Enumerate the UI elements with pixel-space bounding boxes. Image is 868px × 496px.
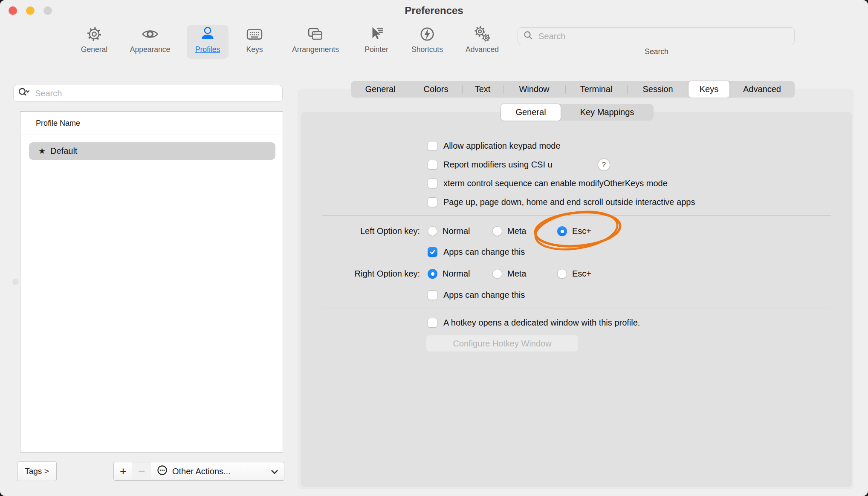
divider	[410, 85, 410, 94]
divider	[20, 135, 283, 135]
toolbar-label: Appearance	[130, 45, 170, 54]
toolbar-label: Advanced	[466, 45, 499, 54]
screen: Preferences General Appearance	[0, 0, 868, 496]
configure-hotkey-window-button[interactable]: Configure Hotkey Window	[426, 335, 579, 352]
checkbox-label[interactable]: Allow application keypad mode	[443, 141, 561, 151]
checkbox-keypad-mode[interactable]	[428, 141, 437, 151]
toolbar-label: Profiles	[195, 45, 220, 54]
checkbox-modify-other-keys[interactable]	[428, 179, 437, 188]
toolbar-item-general[interactable]: General	[69, 24, 120, 60]
section-divider	[322, 215, 831, 216]
tab-keys[interactable]: Keys	[689, 81, 729, 98]
toolbar-search-field[interactable]	[518, 27, 795, 45]
divider	[503, 85, 503, 94]
person-icon	[199, 24, 217, 44]
eye-icon	[141, 24, 159, 44]
window-title: Preferences	[0, 5, 868, 17]
checkbox-label[interactable]: Report modifiers using CSI u	[443, 160, 553, 170]
checkbox-scroll-outside-apps[interactable]	[428, 197, 437, 207]
checkbox-label[interactable]: A hotkey opens a dedicated window with t…	[443, 318, 640, 328]
help-button[interactable]: ?	[598, 159, 610, 170]
radio-label[interactable]: Normal	[443, 269, 470, 279]
tab-session[interactable]: Session	[627, 81, 689, 98]
toolbar-label: Shortcuts	[411, 45, 443, 54]
preferences-window: Preferences General Appearance	[0, 0, 868, 496]
checkbox-label[interactable]: Page up, page down, home and end scroll …	[443, 197, 695, 207]
toolbar-search-caption: Search	[614, 47, 699, 56]
toolbar-label: Keys	[246, 45, 263, 54]
radio-label[interactable]: Meta	[507, 226, 526, 236]
checkbox-hotkey-window[interactable]	[428, 318, 437, 328]
ellipsis-circle-icon	[157, 465, 168, 478]
radio-label[interactable]: Normal	[443, 226, 470, 236]
toolbar-item-arrangements[interactable]: Arrangements	[290, 24, 341, 60]
tab-general[interactable]: General	[351, 81, 410, 98]
toolbar-item-shortcuts[interactable]: Shortcuts	[402, 24, 453, 60]
toolbar-item-advanced[interactable]: Advanced	[457, 24, 508, 60]
tab-advanced[interactable]: Advanced	[729, 81, 795, 98]
divider	[462, 85, 463, 94]
radio-label[interactable]: Esc+	[572, 269, 591, 279]
radio-right-option-meta[interactable]	[492, 269, 502, 279]
checkbox-label[interactable]: xterm control sequence can enable modify…	[443, 179, 668, 188]
windows-icon	[306, 24, 325, 44]
tab-text[interactable]: Text	[462, 81, 503, 98]
cursor-icon	[367, 24, 385, 44]
profile-tab-bar: General Colors Text Window Terminal Sess…	[351, 81, 795, 98]
bolt-icon	[418, 24, 436, 44]
gear-icon	[85, 24, 103, 44]
drag-handle-dot	[12, 279, 19, 285]
radio-left-option-meta[interactable]	[492, 226, 502, 236]
toolbar-item-appearance[interactable]: Appearance	[124, 24, 176, 60]
radio-label[interactable]: Esc+	[572, 226, 591, 236]
radio-left-option-normal[interactable]	[428, 226, 437, 236]
toolbar-label: Arrangements	[292, 45, 339, 54]
toolbar-item-keys[interactable]: Keys	[229, 24, 280, 60]
star-icon: ★	[38, 146, 46, 156]
subtab-general[interactable]: General	[501, 104, 561, 121]
toolbar-search-input[interactable]	[538, 31, 789, 42]
profile-search-input[interactable]	[34, 88, 278, 99]
radio-left-option-esc[interactable]	[557, 226, 567, 236]
toolbar-item-profiles[interactable]: Profiles	[182, 24, 233, 60]
toolbar-label: General	[81, 45, 107, 54]
tab-terminal[interactable]: Terminal	[565, 81, 627, 98]
profile-name: Default	[50, 146, 77, 156]
keys-subtab-bar: General Key Mappings	[501, 104, 654, 121]
search-icon	[523, 30, 533, 42]
section-divider	[322, 308, 831, 308]
tab-window[interactable]: Window	[503, 81, 565, 98]
divider	[565, 85, 566, 94]
checkbox-csi-u[interactable]	[428, 160, 437, 170]
remove-profile-button[interactable]: −	[132, 462, 152, 481]
left-option-key-label: Left Option key:	[296, 226, 420, 236]
right-option-key-label: Right Option key:	[296, 269, 420, 279]
keys-tab-content-panel	[301, 112, 852, 487]
radio-right-option-normal[interactable]	[428, 269, 437, 279]
toolbar-item-pointer[interactable]: Pointer	[351, 24, 402, 60]
tab-colors[interactable]: Colors	[410, 81, 462, 98]
check-icon	[429, 248, 436, 256]
other-actions-label: Other Actions...	[172, 467, 231, 476]
toolbar-label: Pointer	[365, 45, 388, 54]
tags-button[interactable]: Tags >	[17, 461, 57, 481]
profile-list-header: Profile Name	[36, 119, 80, 128]
gears-icon	[473, 24, 492, 44]
radio-right-option-esc[interactable]	[557, 269, 567, 279]
profile-search-field[interactable]	[13, 85, 283, 102]
divider	[627, 85, 628, 94]
subtab-key-mappings[interactable]: Key Mappings	[561, 104, 654, 121]
add-profile-button[interactable]: +	[113, 462, 133, 481]
radio-label[interactable]: Meta	[507, 269, 526, 279]
other-actions-dropdown[interactable]: Other Actions...	[151, 462, 284, 481]
chevron-down-icon	[271, 467, 278, 476]
checkbox-label[interactable]: Apps can change this	[443, 290, 525, 300]
checkbox-left-apps-can-change[interactable]	[428, 247, 437, 257]
checkbox-right-apps-can-change[interactable]	[428, 290, 437, 300]
profile-list: Profile Name ★ Default	[20, 111, 283, 453]
keyboard-icon	[245, 24, 264, 44]
checkbox-label[interactable]: Apps can change this	[443, 247, 525, 257]
search-menu-icon[interactable]	[18, 87, 31, 100]
profile-row-default[interactable]: ★ Default	[29, 142, 275, 160]
